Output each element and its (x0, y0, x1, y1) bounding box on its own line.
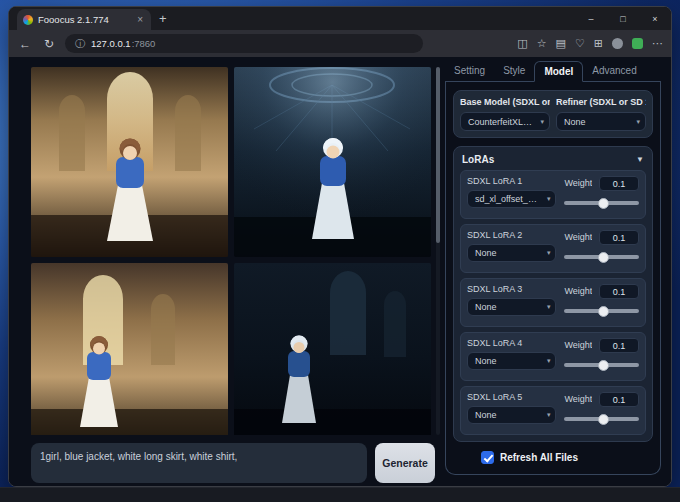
window-controls: – □ × (575, 7, 671, 30)
url-port: :7860 (132, 38, 156, 49)
collections-icon[interactable]: ▤ (556, 38, 566, 49)
weight-label: Weight (564, 232, 592, 243)
browser-essentials-icon[interactable]: ♡ (575, 38, 585, 49)
more-menu-icon[interactable]: ⋯ (652, 38, 663, 49)
loras-accordion-header[interactable]: LoRAs ▼ (460, 153, 646, 170)
weight-slider[interactable] (564, 359, 639, 371)
base-model-dropdown[interactable]: CounterfeitXL-V1.0 ▾ (460, 112, 550, 131)
image-gallery (31, 67, 431, 435)
chevron-down-icon: ▾ (547, 195, 551, 203)
lora-row-1: SDXL LoRA 1 sd_xl_offset_exa ▾ Weight (460, 170, 646, 219)
generate-button[interactable]: Generate (375, 443, 435, 483)
favorites-star-icon[interactable]: ☆ (537, 38, 547, 49)
browser-window: Fooocus 2.1.774 × + – □ × ← ↻ ⓘ 127.0.0.… (8, 6, 672, 487)
lora-row-2: SDXL LoRA 2 None ▾ Weight (460, 224, 646, 273)
weight-slider[interactable] (564, 251, 639, 263)
prompt-input[interactable]: 1girl, blue jacket, white long skirt, wh… (31, 443, 367, 483)
back-button[interactable]: ← (17, 37, 33, 51)
model-selection-card: Base Model (SDXL only) CounterfeitXL-V1.… (453, 90, 653, 138)
weight-label: Weight (564, 394, 592, 405)
lora-value: None (475, 248, 497, 258)
lora-row-3: SDXL LoRA 3 None ▾ Weight (460, 278, 646, 327)
lora-value: None (475, 302, 497, 312)
refiner-label: Refiner (SDXL or SD 1.5) (556, 97, 646, 108)
tab-style[interactable]: Style (494, 61, 534, 81)
refresh-all-files-row: Refresh All Files (453, 451, 653, 464)
refresh-button[interactable]: ↻ (41, 37, 57, 51)
lora-label: SDXL LoRA 5 (467, 392, 556, 403)
desktop-wallpaper: Fooocus 2.1.774 × + – □ × ← ↻ ⓘ 127.0.0.… (0, 0, 680, 502)
browser-tab-strip: Fooocus 2.1.774 × + – □ × (9, 7, 671, 30)
address-bar[interactable]: ⓘ 127.0.0.1 :7860 (65, 34, 423, 53)
scrollbar-thumb[interactable] (436, 67, 440, 243)
lora-dropdown[interactable]: None ▾ (467, 352, 556, 370)
close-button[interactable]: × (639, 7, 671, 30)
gallery-image-4[interactable] (234, 263, 431, 435)
tab-close-icon[interactable]: × (135, 14, 145, 25)
new-tab-button[interactable]: + (159, 11, 167, 27)
gallery-image-1[interactable] (31, 67, 228, 257)
fooocus-favicon-icon (23, 15, 33, 25)
fooocus-app: 1girl, blue jacket, white long skirt, wh… (9, 57, 671, 486)
weight-label: Weight (564, 340, 592, 351)
chevron-down-icon: ▾ (547, 357, 551, 365)
refresh-all-files-checkbox[interactable] (481, 451, 494, 464)
panel-tabs: Setting Style Model Advanced (445, 61, 661, 82)
green-extension-icon[interactable] (632, 38, 643, 49)
refiner-value: None (564, 117, 586, 127)
lora-dropdown[interactable]: sd_xl_offset_exa ▾ (467, 190, 556, 208)
minimize-button[interactable]: – (575, 7, 607, 30)
lora-value: sd_xl_offset_exa (475, 194, 541, 204)
gallery-image-3[interactable] (31, 263, 228, 435)
tab-setting[interactable]: Setting (445, 61, 494, 81)
weight-input[interactable] (599, 176, 639, 191)
tab-advanced[interactable]: Advanced (583, 61, 645, 81)
weight-slider[interactable] (564, 413, 639, 425)
lora-dropdown[interactable]: None ▾ (467, 298, 556, 316)
maximize-button[interactable]: □ (607, 7, 639, 30)
lora-row-5: SDXL LoRA 5 None ▾ Weight (460, 386, 646, 435)
site-info-icon[interactable]: ⓘ (75, 37, 85, 51)
lora-label: SDXL LoRA 4 (467, 338, 556, 349)
lora-value: None (475, 356, 497, 366)
toolbar-icons: ◫ ☆ ▤ ♡ ⊞ ⋯ (517, 38, 663, 49)
weight-input[interactable] (599, 392, 639, 407)
lora-label: SDXL LoRA 3 (467, 284, 556, 295)
extensions-icon[interactable]: ⊞ (594, 38, 603, 49)
lora-label: SDXL LoRA 2 (467, 230, 556, 241)
model-tab-content: Base Model (SDXL only) CounterfeitXL-V1.… (445, 82, 661, 475)
browser-tab[interactable]: Fooocus 2.1.774 × (17, 9, 151, 30)
profile-avatar-icon[interactable] (612, 38, 623, 49)
weight-input[interactable] (599, 230, 639, 245)
tab-title: Fooocus 2.1.774 (38, 14, 130, 25)
chevron-down-icon: ▾ (540, 117, 544, 125)
base-model-label: Base Model (SDXL only) (460, 97, 550, 108)
weight-input[interactable] (599, 284, 639, 299)
lora-dropdown[interactable]: None ▾ (467, 244, 556, 262)
gallery-scrollbar[interactable] (436, 67, 440, 435)
chevron-down-icon: ▾ (547, 303, 551, 311)
weight-label: Weight (564, 178, 592, 189)
chevron-down-icon: ▾ (636, 117, 640, 125)
tab-model[interactable]: Model (534, 61, 583, 82)
browser-toolbar: ← ↻ ⓘ 127.0.0.1 :7860 ◫ ☆ ▤ ♡ ⊞ ⋯ (9, 30, 671, 57)
weight-slider[interactable] (564, 305, 639, 317)
base-model-value: CounterfeitXL-V1.0 (468, 117, 535, 127)
weight-slider[interactable] (564, 197, 639, 209)
lora-value: None (475, 410, 497, 420)
chevron-down-icon: ▾ (547, 411, 551, 419)
refiner-dropdown[interactable]: None ▾ (556, 112, 646, 131)
loras-accordion: LoRAs ▼ SDXL LoRA 1 sd_xl_offset_exa ▾ (453, 146, 653, 442)
weight-input[interactable] (599, 338, 639, 353)
url-host: 127.0.0.1 (91, 38, 131, 49)
gallery-image-2[interactable] (234, 67, 431, 257)
lora-label: SDXL LoRA 1 (467, 176, 556, 187)
lora-row-4: SDXL LoRA 4 None ▾ Weight (460, 332, 646, 381)
settings-panel: Setting Style Model Advanced Base Model … (445, 61, 661, 475)
accordion-arrow-icon: ▼ (636, 155, 644, 164)
refresh-all-files-label: Refresh All Files (500, 452, 578, 463)
loras-label: LoRAs (462, 154, 494, 165)
lora-dropdown[interactable]: None ▾ (467, 406, 556, 424)
split-screen-icon[interactable]: ◫ (517, 38, 527, 49)
windows-taskbar[interactable] (0, 487, 680, 502)
